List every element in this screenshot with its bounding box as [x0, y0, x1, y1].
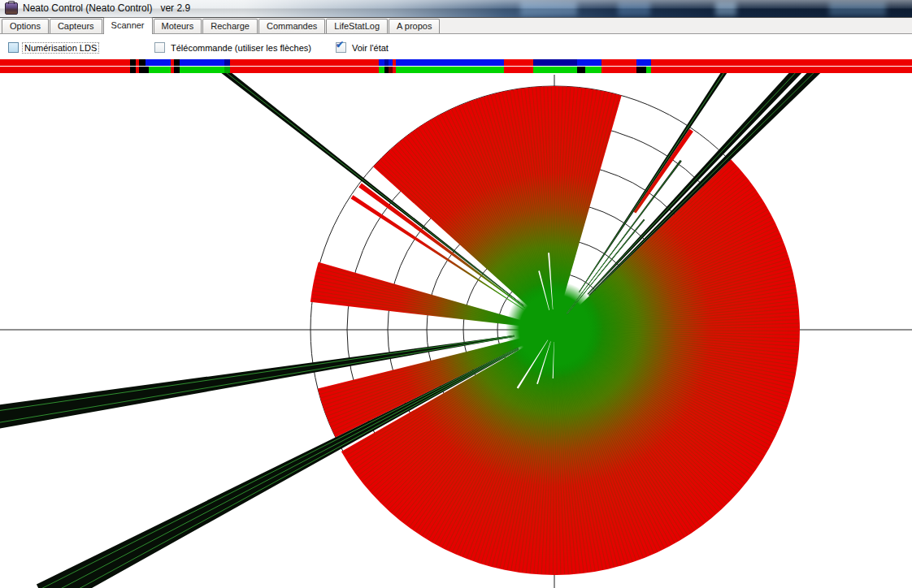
tab-lifestatlog[interactable]: LifeStatLog	[326, 19, 388, 33]
checkbox-telecommande[interactable]: Télécommande (utiliser les flèches)	[154, 42, 313, 53]
checkbox-label[interactable]: Numérisation LDS	[23, 43, 98, 53]
tab-capteurs[interactable]: Capteurs	[50, 19, 102, 33]
check-icon: ✔	[336, 40, 344, 50]
titlebar-glass-reflection	[618, 2, 650, 15]
tab-moteurs[interactable]: Moteurs	[154, 19, 202, 33]
app-icon	[5, 2, 18, 15]
status-bar-segment	[636, 59, 646, 66]
status-bar-segment	[651, 67, 912, 73]
checkbox-voir-letat[interactable]: ✔ Voir l'état	[336, 42, 390, 53]
status-bar-segment	[174, 67, 180, 73]
status-bar-segment	[585, 67, 601, 73]
status-bar-segment	[224, 67, 230, 73]
tab-a-propos[interactable]: A propos	[389, 19, 440, 33]
status-bar-segment	[533, 59, 577, 66]
status-bar-segment	[139, 59, 145, 66]
status-bar-segment	[0, 67, 130, 73]
checkbox-numerisation-lds[interactable]: Numérisation LDS	[8, 42, 98, 53]
status-bar-segment	[224, 59, 230, 66]
lidar-radar-display	[0, 73, 912, 588]
checkbox-label[interactable]: Voir l'état	[350, 43, 390, 53]
status-bar-segment	[601, 59, 636, 66]
status-bar-segment	[230, 59, 379, 66]
scanner-toolbar: Numérisation LDS Télécommande (utiliser …	[0, 35, 912, 59]
status-bar-segment	[577, 59, 585, 66]
status-bar-segment	[379, 67, 384, 73]
titlebar-glass-reflection	[829, 2, 886, 15]
status-bar-segment	[636, 67, 646, 73]
status-bar-segment	[396, 59, 504, 66]
checkbox-box[interactable]: ✔	[336, 42, 346, 53]
window-title: Neato Control (Neato Control) ver 2.9	[23, 0, 190, 17]
status-bar-segment	[379, 59, 384, 66]
checkbox-box[interactable]	[8, 42, 19, 53]
status-bar-segment	[585, 59, 601, 66]
status-bar-segment	[174, 59, 180, 66]
tab-recharge[interactable]: Recharge	[202, 19, 258, 33]
lidar-scan-canvas	[0, 73, 912, 588]
lidar-status-strip	[0, 59, 912, 74]
status-bar-segment	[577, 67, 585, 73]
tab-options[interactable]: Options	[2, 19, 49, 33]
status-bar-segment	[396, 67, 504, 73]
status-bar-segment	[230, 67, 379, 73]
tab-strip: Options Capteurs Scanner Moteurs Recharg…	[0, 18, 912, 34]
status-bar-segment	[149, 67, 171, 73]
status-bar-segment	[651, 59, 912, 66]
checkbox-label[interactable]: Télécommande (utiliser les flèches)	[169, 43, 313, 53]
status-bar-segment	[601, 67, 636, 73]
tab-scanner[interactable]: Scanner	[103, 17, 153, 34]
title-bar: Neato Control (Neato Control) ver 2.9	[0, 0, 912, 18]
titlebar-glass-reflection	[715, 2, 736, 15]
neato-control-window: { "window": { "title": "Neato Control (N…	[0, 0, 912, 588]
status-bar-segment	[504, 59, 533, 66]
status-bar-segment	[0, 59, 130, 66]
status-bar-segment	[504, 67, 533, 73]
robot-center-blob	[506, 281, 603, 378]
checkbox-box[interactable]	[154, 42, 165, 53]
tab-commandes[interactable]: Commandes	[258, 19, 325, 33]
titlebar-glass-reflection	[520, 2, 577, 15]
status-bar-segment	[180, 67, 224, 73]
status-bar-segment	[130, 59, 136, 66]
status-bar-segment	[130, 67, 136, 73]
status-bar-segment	[149, 59, 171, 66]
status-bar-segment	[533, 67, 577, 73]
status-bar-segment	[180, 59, 224, 66]
status-bar-segment	[139, 67, 145, 73]
